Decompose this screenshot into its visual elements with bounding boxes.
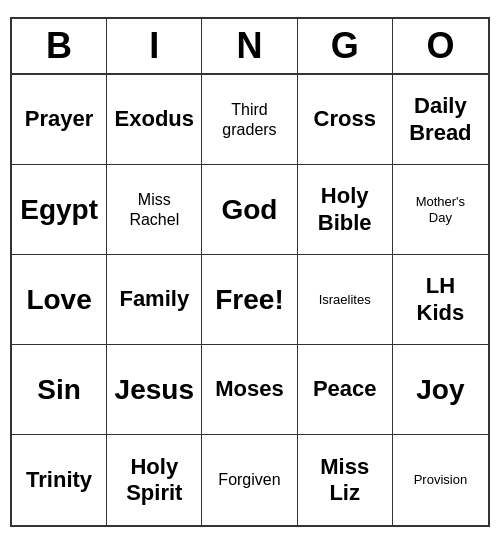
bingo-cell-24[interactable]: Provision xyxy=(393,435,488,525)
bingo-cell-17[interactable]: Moses xyxy=(202,345,297,435)
cell-text-24: Provision xyxy=(414,472,467,488)
cell-text-6: MissRachel xyxy=(129,190,179,228)
bingo-cell-12[interactable]: Free! xyxy=(202,255,297,345)
cell-text-22: Forgiven xyxy=(218,470,280,489)
cell-text-11: Family xyxy=(119,286,189,312)
bingo-cell-6[interactable]: MissRachel xyxy=(107,165,202,255)
cell-text-1: Exodus xyxy=(115,106,194,132)
bingo-cell-14[interactable]: LHKids xyxy=(393,255,488,345)
cell-text-13: Israelites xyxy=(319,292,371,308)
cell-text-5: Egypt xyxy=(20,193,98,227)
header-letter-g: G xyxy=(298,19,393,73)
cell-text-17: Moses xyxy=(215,376,283,402)
cell-text-20: Trinity xyxy=(26,467,92,493)
bingo-cell-15[interactable]: Sin xyxy=(12,345,107,435)
bingo-cell-10[interactable]: Love xyxy=(12,255,107,345)
cell-text-10: Love xyxy=(26,283,91,317)
bingo-cell-2[interactable]: Thirdgraders xyxy=(202,75,297,165)
header-letter-o: O xyxy=(393,19,488,73)
cell-text-21: HolySpirit xyxy=(126,454,182,507)
bingo-cell-20[interactable]: Trinity xyxy=(12,435,107,525)
bingo-cell-21[interactable]: HolySpirit xyxy=(107,435,202,525)
cell-text-8: HolyBible xyxy=(318,183,372,236)
cell-text-7: God xyxy=(221,193,277,227)
cell-text-4: DailyBread xyxy=(409,93,471,146)
bingo-cell-7[interactable]: God xyxy=(202,165,297,255)
header-letter-n: N xyxy=(202,19,297,73)
bingo-grid: PrayerExodusThirdgradersCrossDailyBreadE… xyxy=(12,75,488,525)
bingo-cell-3[interactable]: Cross xyxy=(298,75,393,165)
cell-text-16: Jesus xyxy=(115,373,194,407)
bingo-cell-8[interactable]: HolyBible xyxy=(298,165,393,255)
header-letter-i: I xyxy=(107,19,202,73)
bingo-cell-13[interactable]: Israelites xyxy=(298,255,393,345)
bingo-cell-22[interactable]: Forgiven xyxy=(202,435,297,525)
cell-text-9: Mother'sDay xyxy=(416,194,465,225)
cell-text-15: Sin xyxy=(37,373,81,407)
bingo-header: BINGO xyxy=(12,19,488,75)
cell-text-12: Free! xyxy=(215,283,283,317)
header-letter-b: B xyxy=(12,19,107,73)
bingo-cell-4[interactable]: DailyBread xyxy=(393,75,488,165)
cell-text-19: Joy xyxy=(416,373,464,407)
bingo-cell-18[interactable]: Peace xyxy=(298,345,393,435)
cell-text-0: Prayer xyxy=(25,106,94,132)
cell-text-23: MissLiz xyxy=(320,454,369,507)
bingo-cell-9[interactable]: Mother'sDay xyxy=(393,165,488,255)
bingo-cell-0[interactable]: Prayer xyxy=(12,75,107,165)
cell-text-2: Thirdgraders xyxy=(222,100,276,138)
bingo-card: BINGO PrayerExodusThirdgradersCrossDaily… xyxy=(10,17,490,527)
bingo-cell-11[interactable]: Family xyxy=(107,255,202,345)
bingo-cell-19[interactable]: Joy xyxy=(393,345,488,435)
bingo-cell-5[interactable]: Egypt xyxy=(12,165,107,255)
cell-text-3: Cross xyxy=(314,106,376,132)
cell-text-14: LHKids xyxy=(417,273,465,326)
bingo-cell-16[interactable]: Jesus xyxy=(107,345,202,435)
bingo-cell-1[interactable]: Exodus xyxy=(107,75,202,165)
bingo-cell-23[interactable]: MissLiz xyxy=(298,435,393,525)
cell-text-18: Peace xyxy=(313,376,377,402)
